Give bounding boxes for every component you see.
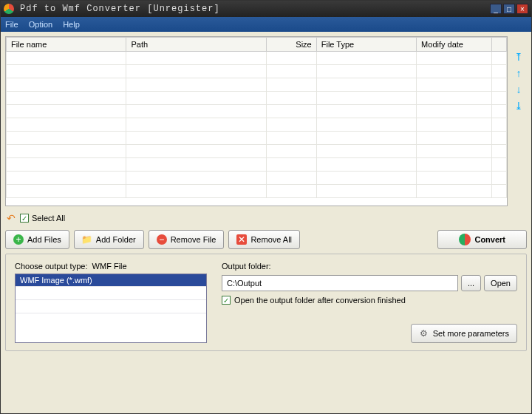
convert-icon (459, 234, 471, 245)
open-folder-button[interactable]: Open (484, 275, 517, 291)
col-size[interactable]: Size (267, 38, 317, 52)
menubar: File Option Help (1, 17, 531, 32)
x-icon: ✕ (236, 234, 247, 245)
app-logo-icon (4, 4, 14, 14)
move-up-button[interactable]: ↑ (513, 67, 525, 79)
table-row[interactable] (7, 172, 507, 185)
curve-arrow-icon: ↶ (7, 212, 16, 224)
col-filename[interactable]: File name (7, 38, 126, 52)
remove-file-label: Remove File (171, 235, 216, 244)
convert-label: Convert (474, 235, 505, 244)
titlebar: Pdf to Wmf Converter [Unregister] _ □ × (1, 1, 531, 17)
window-title: Pdf to Wmf Converter [Unregister] (20, 4, 490, 14)
col-filetype[interactable]: File Type (316, 38, 416, 52)
reorder-controls: ⤒ ↑ ↓ ⤓ (511, 36, 527, 206)
more-parameters-button[interactable]: ⚙ Set more parameters (411, 324, 517, 343)
output-type-label: Choose output type: WMF File (15, 262, 207, 271)
convert-button[interactable]: Convert (437, 230, 527, 249)
menu-option[interactable]: Option (29, 20, 52, 29)
select-all-checkbox[interactable]: ✓ (20, 214, 29, 223)
folder-icon: 📁 (82, 234, 92, 245)
table-row[interactable] (7, 78, 507, 92)
remove-all-button[interactable]: ✕ Remove All (228, 230, 300, 249)
table-row[interactable] (7, 185, 507, 198)
browse-button[interactable]: ... (461, 275, 481, 291)
close-button[interactable]: × (516, 4, 528, 14)
open-after-label: Open the output folder after conversion … (234, 296, 406, 305)
move-bottom-button[interactable]: ⤓ (513, 100, 525, 112)
select-all-label: Select All (32, 214, 65, 223)
col-spacer (491, 38, 506, 52)
add-folder-button[interactable]: 📁 Add Folder (74, 230, 144, 249)
table-row[interactable] (7, 158, 507, 172)
maximize-button[interactable]: □ (503, 4, 515, 14)
minus-icon: − (157, 234, 167, 245)
move-top-button[interactable]: ⤒ (513, 51, 525, 63)
table-row[interactable] (7, 118, 507, 132)
output-type-listbox[interactable]: WMF Image (*.wmf) (15, 274, 207, 343)
menu-file[interactable]: File (5, 20, 18, 29)
plus-icon: + (13, 234, 24, 245)
minimize-button[interactable]: _ (490, 4, 502, 14)
table-row[interactable] (7, 132, 507, 145)
open-after-checkbox[interactable]: ✓ (222, 296, 231, 305)
remove-all-label: Remove All (250, 235, 292, 244)
more-parameters-label: Set more parameters (433, 329, 509, 338)
output-panel: Choose output type: WMF File WMF Image (… (5, 254, 527, 351)
table-row[interactable] (7, 52, 507, 65)
move-down-button[interactable]: ↓ (513, 84, 525, 95)
add-folder-label: Add Folder (96, 235, 136, 244)
table-row[interactable] (7, 92, 507, 105)
col-path[interactable]: Path (126, 38, 267, 52)
menu-help[interactable]: Help (63, 20, 80, 29)
file-table[interactable]: File name Path Size File Type Modify dat… (5, 36, 508, 206)
table-row[interactable] (7, 105, 507, 118)
gear-icon: ⚙ (419, 328, 429, 339)
col-modify[interactable]: Modify date (417, 38, 492, 52)
add-files-button[interactable]: + Add Files (5, 230, 69, 249)
remove-file-button[interactable]: − Remove File (149, 230, 225, 249)
add-files-label: Add Files (27, 235, 61, 244)
table-row[interactable] (7, 145, 507, 158)
app-window: Pdf to Wmf Converter [Unregister] _ □ × … (0, 0, 532, 414)
output-path-input[interactable] (222, 275, 458, 291)
output-folder-label: Output folder: (222, 262, 517, 271)
list-item[interactable]: WMF Image (*.wmf) (16, 274, 206, 286)
table-row[interactable] (7, 65, 507, 78)
